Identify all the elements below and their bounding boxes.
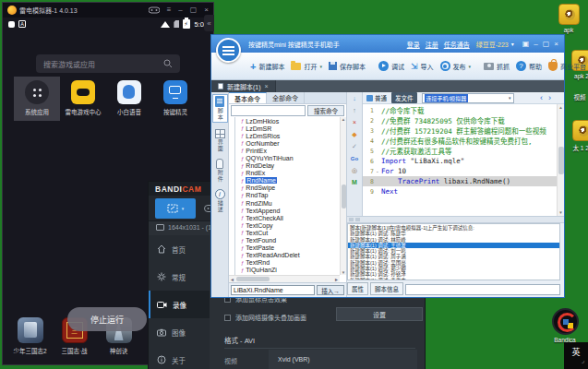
help-button[interactable]: ?帮助 [516, 61, 542, 71]
code-line[interactable]: 2 //免费群 734825095 仅供命令库下载 [363, 115, 557, 125]
edit-icon[interactable]: ✓ [352, 143, 357, 150]
app-sanguozhi2[interactable]: 少年三国志2 [12, 317, 48, 355]
code-line[interactable]: 8 TracePrint libaxi.RndName() [363, 176, 557, 186]
desktop-icon-misc[interactable]: 太 1 2.. [566, 120, 588, 152]
business-platform-button[interactable]: 商业平台 [548, 62, 586, 71]
screen-recording-mode-button[interactable]: ▾ [155, 198, 196, 219]
desktop-icon-video[interactable]: 视频 [563, 92, 588, 101]
move-down-icon[interactable]: ↓ [353, 95, 356, 102]
tree-vertical-scrollbar[interactable]: ▲▼ [340, 117, 346, 275]
search-command-button[interactable]: 搜索命令 [307, 105, 344, 116]
mode-toggle[interactable]: 普通 [366, 93, 387, 102]
tree-item[interactable]: ƒPrintEx [241, 147, 340, 154]
tree-item[interactable]: ƒRndTap [241, 192, 340, 199]
tree-item[interactable]: ƒTextCut [241, 229, 340, 236]
close-tab-icon[interactable]: × [265, 83, 269, 89]
editor-vertical-scrollbar[interactable]: ▲▼ [557, 104, 564, 216]
tree-item[interactable]: ƒRndEx [241, 170, 340, 177]
stop-running-toast[interactable]: 停止运行 [67, 307, 147, 331]
tree-item[interactable]: ƒLzDmSRios [241, 132, 340, 139]
chevron-down-icon[interactable]: ▾ [469, 64, 472, 69]
tree-item[interactable]: ƒTextCopy [241, 221, 340, 229]
close-button[interactable]: × [204, 6, 209, 14]
open-button[interactable]: 打开▾ [291, 62, 322, 71]
move-up-icon[interactable]: ↑ [353, 107, 356, 114]
gamepad-icon[interactable] [149, 6, 160, 14]
app-system[interactable]: 系统应用 [14, 77, 60, 121]
sidebar-item-image[interactable]: 图像 [149, 318, 210, 346]
device-dropdown[interactable]: 连接手机/模拟器 ▾ [422, 93, 514, 103]
rail-item-script[interactable]: 脚本 [212, 94, 228, 123]
register-link[interactable]: 注册 [426, 40, 438, 49]
macro-icon[interactable]: M [352, 179, 357, 186]
code-line[interactable]: 6 Import "LiBaXi.mqle" [363, 156, 557, 166]
capture-tool-button[interactable]: 抓抓 [484, 62, 510, 71]
insert-button[interactable]: 插入→ [317, 285, 344, 295]
rail-item-ui[interactable]: 界面 [212, 129, 228, 152]
skin-button[interactable]: ▣ [522, 40, 530, 48]
rail-item-description[interactable]: i 描述 [212, 189, 228, 213]
rail-item-attachment[interactable]: 附件 [212, 159, 228, 183]
tree-item[interactable]: ƒTextRnd [241, 259, 340, 267]
chevron-down-icon[interactable]: ▾ [511, 41, 514, 47]
publish-button[interactable]: 发布▾ [440, 61, 472, 71]
debug-log[interactable]: 脚本[新建脚本(1)]在[雷电模拟器-1]上产生如下调试信息:新建脚本(1) 调… [347, 223, 560, 280]
status-field[interactable] [405, 284, 560, 295]
send-file-button[interactable]: 发文件 [391, 92, 417, 103]
sidebar-item-about[interactable]: 关于 [149, 346, 210, 369]
sidebar-item-home[interactable]: 首页 [149, 235, 210, 263]
close-button[interactable]: × [554, 40, 558, 48]
insert-command-field[interactable]: LiBaXi.RndName [231, 285, 315, 295]
tree-item[interactable]: ƒTiQuHanZi [241, 267, 340, 274]
back-icon[interactable]: ‹ [540, 93, 543, 102]
maximize-button[interactable]: ▢ [190, 6, 198, 14]
code-line[interactable]: 5 //元素获取激活工具等 [363, 146, 557, 156]
script-tab[interactable]: 新建脚本(1) × [211, 80, 276, 92]
save-script-button[interactable]: 保存脚本 [329, 62, 366, 71]
forward-icon[interactable]: › [548, 93, 551, 102]
checkbox-icon[interactable] [224, 315, 231, 321]
menu-icon[interactable]: ≡ [167, 6, 172, 14]
code-line[interactable]: 3 //付费群 157219204 群主解答编程问题和一些视频 [363, 125, 557, 136]
tree-item[interactable]: ƒRndSwipe [241, 184, 340, 192]
code-line[interactable]: 1 //命令库下载 [363, 105, 557, 115]
code-editor[interactable]: 1 //命令库下载 2 //免费群 734825095 仅供命 [363, 104, 557, 216]
debug-button[interactable]: 调试 [378, 61, 404, 71]
maximize-button[interactable]: ▢ [543, 40, 550, 48]
code-line[interactable]: 7 - For 10 [363, 166, 557, 176]
code-line[interactable]: 9 Next [363, 186, 557, 196]
command-search-input[interactable] [231, 105, 306, 116]
tree-item[interactable]: ƒQQYuYinTiHuan [241, 154, 340, 161]
user-badge[interactable]: 绿豆豆-223 [476, 40, 509, 49]
tree-item[interactable]: ƒLzDmHkios [241, 117, 340, 125]
tree-item[interactable]: ƒRndName [241, 177, 340, 184]
notice-link[interactable]: 任务通告 [444, 40, 470, 49]
webcam-overlay-option[interactable]: 添加网络摄像头叠加画面 [224, 313, 306, 322]
search-bar[interactable]: 搜索游戏或应用 [36, 54, 180, 73]
delete-icon[interactable]: × [353, 119, 356, 126]
desktop-icon-apk[interactable]: apk [552, 4, 585, 33]
app-game-center[interactable]: 雷电游戏中心 [60, 77, 106, 121]
tree-item[interactable]: ƒTextCheckAll [241, 214, 340, 221]
tree-item[interactable]: ƒTextPaste [241, 244, 340, 252]
command-tab[interactable]: 基本命令 [229, 92, 267, 103]
hand-icon[interactable]: ◆ [352, 131, 356, 138]
tree-item[interactable]: ƒTextAppend [241, 207, 340, 214]
tree-item[interactable]: ƒRndZiMu [241, 199, 340, 207]
log-line[interactable]: 新建脚本(1) 调试: 李俊杰 [350, 278, 558, 280]
chevron-down-icon[interactable]: ▾ [182, 206, 185, 211]
tree-item[interactable]: ƒRndDelay [241, 162, 340, 170]
desktop-icon-bandicam[interactable]: Bandica [548, 308, 582, 343]
tab-script-info[interactable]: 脚本信息 [370, 282, 403, 295]
login-link[interactable]: 登录 [407, 40, 420, 49]
new-script-button[interactable]: +新建脚本 [250, 62, 284, 71]
tree-item[interactable]: ƒOcrNumber [241, 139, 340, 147]
chevron-down-icon[interactable]: ▾ [319, 64, 322, 69]
settings-button[interactable]: 设置 [336, 307, 423, 321]
video-format-panel[interactable]: Xvid (VBR) 0x1080, 30.00fps, 80q [269, 350, 417, 369]
command-tab[interactable]: 全部命令 [267, 92, 305, 103]
sidebar-item-video[interactable]: 录像 [149, 291, 210, 318]
app-xiaobai-voice[interactable]: 小白语音 [106, 77, 152, 121]
sidebar-item-general[interactable]: 常规 [149, 263, 210, 291]
find-icon[interactable]: ◎ [352, 167, 357, 174]
